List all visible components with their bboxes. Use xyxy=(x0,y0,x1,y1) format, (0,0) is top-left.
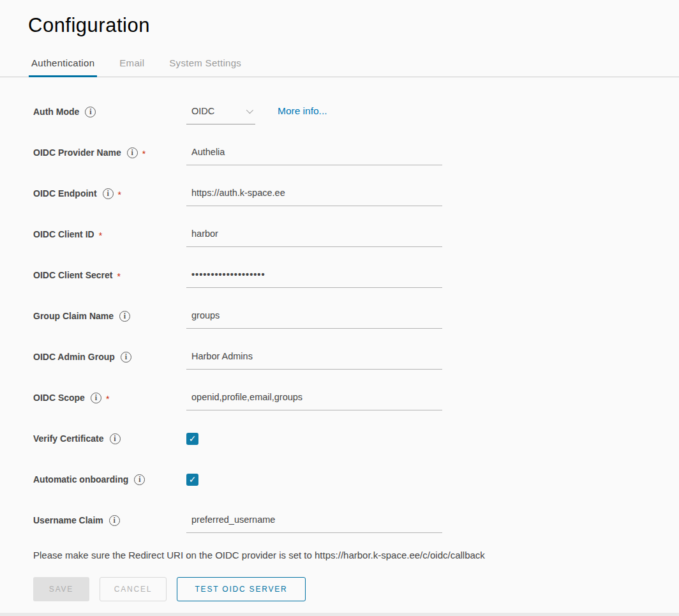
auth-mode-label: Auth Mode xyxy=(33,107,79,117)
info-icon[interactable]: i xyxy=(110,433,121,444)
oidc-endpoint-label: OIDC Endpoint xyxy=(33,188,97,199)
oidc-client-id-input[interactable] xyxy=(186,227,442,247)
auth-mode-select-value: OIDC xyxy=(191,106,214,116)
form-row: Username Claim i xyxy=(33,500,679,541)
bottom-edge-strip xyxy=(0,613,679,616)
required-asterisk: * xyxy=(118,190,121,200)
info-icon[interactable]: i xyxy=(127,147,138,158)
tab-bar: Authentication Email System Settings xyxy=(0,54,679,77)
group-claim-name-input[interactable] xyxy=(186,309,442,329)
info-icon[interactable]: i xyxy=(109,515,120,526)
more-info-link[interactable]: More info... xyxy=(278,105,327,117)
page-header: Configuration xyxy=(0,0,679,37)
info-icon[interactable]: i xyxy=(119,311,130,322)
info-icon[interactable]: i xyxy=(91,393,101,403)
save-button[interactable]: SAVE xyxy=(33,577,89,601)
info-icon[interactable]: i xyxy=(85,107,96,117)
redirect-uri-note: Please make sure the Redirect URI on the… xyxy=(33,550,679,560)
tab-system-settings[interactable]: System Settings xyxy=(167,54,244,77)
verify-certificate-label: Verify Certificate xyxy=(33,433,104,444)
form-row: OIDC Endpoint i * xyxy=(33,173,679,214)
required-asterisk: * xyxy=(106,394,109,404)
oidc-scope-label: OIDC Scope xyxy=(33,393,85,403)
form-row: OIDC Admin Group i xyxy=(33,336,679,377)
form-row: OIDC Provider Name i * xyxy=(33,132,679,173)
oidc-client-secret-input[interactable] xyxy=(186,268,442,288)
group-claim-name-label: Group Claim Name xyxy=(33,311,114,321)
oidc-client-id-label: OIDC Client ID xyxy=(33,229,94,239)
oidc-provider-name-input[interactable] xyxy=(186,146,442,165)
auth-settings-form: Auth Mode i OIDCMore info... OIDC Provid… xyxy=(0,77,679,601)
test-oidc-server-button[interactable]: TEST OIDC SERVER xyxy=(177,577,306,601)
form-row: Automatic onboarding i ✓ xyxy=(33,459,679,500)
info-icon[interactable]: i xyxy=(134,474,145,485)
oidc-provider-name-label: OIDC Provider Name xyxy=(33,147,121,158)
info-icon[interactable]: i xyxy=(121,352,131,363)
oidc-admin-group-input[interactable] xyxy=(186,350,442,370)
verify-certificate-checkbox[interactable]: ✓ xyxy=(186,433,198,445)
oidc-scope-input[interactable] xyxy=(186,391,442,410)
form-row: Group Claim Name i xyxy=(33,296,679,336)
form-actions: SAVE CANCEL TEST OIDC SERVER xyxy=(33,577,679,601)
form-row: Auth Mode i OIDCMore info... xyxy=(33,91,679,132)
automatic-onboarding-checkbox[interactable]: ✓ xyxy=(186,474,198,486)
oidc-endpoint-input[interactable] xyxy=(186,186,442,206)
oidc-admin-group-label: OIDC Admin Group xyxy=(33,352,115,362)
auth-mode-select[interactable]: OIDC xyxy=(186,105,255,124)
form-row: Verify Certificate i ✓ xyxy=(33,418,679,459)
username-claim-label: Username Claim xyxy=(33,515,103,525)
form-row: OIDC Scope i * xyxy=(33,377,679,418)
automatic-onboarding-label: Automatic onboarding xyxy=(33,474,128,485)
username-claim-input[interactable] xyxy=(186,513,442,533)
oidc-client-secret-label: OIDC Client Secret xyxy=(33,270,112,280)
required-asterisk: * xyxy=(99,230,102,241)
form-row: OIDC Client Secret * xyxy=(33,255,679,296)
tab-authentication[interactable]: Authentication xyxy=(29,54,97,77)
page-title: Configuration xyxy=(28,14,679,37)
tab-email[interactable]: Email xyxy=(117,54,147,77)
cancel-button[interactable]: CANCEL xyxy=(100,577,167,601)
required-asterisk: * xyxy=(142,149,146,159)
form-row: OIDC Client ID * xyxy=(33,214,679,255)
chevron-down-icon xyxy=(246,106,253,113)
info-icon[interactable]: i xyxy=(103,188,114,199)
required-asterisk: * xyxy=(117,271,120,282)
